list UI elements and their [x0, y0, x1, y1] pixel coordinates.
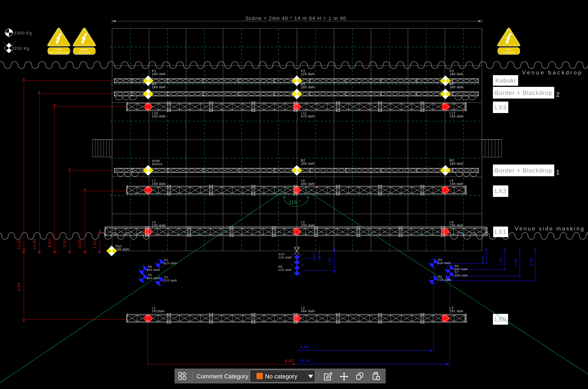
svg-text:1000 Kg: 1000 Kg — [14, 31, 32, 35]
svg-text:10,35: 10,35 — [32, 238, 37, 250]
svg-text:1,30: 1,30 — [328, 257, 331, 265]
svg-text:115 °: 115 ° — [289, 200, 301, 205]
svg-text:S9: S9 — [278, 265, 282, 268]
svg-text:P17 125A Tetra: P17 125A Tetra — [502, 51, 515, 53]
svg-text:Son: Son — [507, 48, 511, 51]
svg-text:5,30: 5,30 — [62, 239, 67, 247]
svg-text:160 daN: 160 daN — [152, 85, 166, 89]
svg-text:LX3: LX3 — [495, 104, 506, 111]
svg-text:490 daN: 490 daN — [301, 182, 315, 186]
svg-text:180 daN: 180 daN — [450, 72, 463, 76]
svg-text:Border + Blackdrop: Border + Blackdrop — [495, 89, 552, 96]
svg-text:4,50: 4,50 — [17, 282, 21, 291]
svg-text:11,20: 11,20 — [17, 239, 21, 249]
svg-text:193 daN: 193 daN — [152, 114, 166, 118]
svg-text:2,00: 2,00 — [529, 258, 533, 266]
svg-text:193 daN: 193 daN — [450, 114, 463, 118]
svg-text:S8: S8 — [454, 264, 459, 268]
svg-text:200 daN: 200 daN — [301, 162, 315, 165]
svg-text:235 daN: 235 daN — [152, 224, 166, 227]
svg-text:LX2: LX2 — [495, 188, 506, 194]
svg-text:S5: S5 — [148, 273, 152, 277]
svg-text:Venue side masking: Venue side masking — [515, 226, 585, 232]
svg-text:180 daN: 180 daN — [152, 72, 166, 76]
svg-text:S3: S3 — [438, 275, 442, 278]
svg-text:P17 32 A Tetra: P17 32 A Tetra — [78, 51, 90, 53]
svg-text:710 daN: 710 daN — [438, 278, 451, 282]
svg-text:510 daN: 510 daN — [437, 261, 451, 265]
svg-text:235 daN: 235 daN — [450, 224, 463, 227]
svg-text:Scène = 24m 40 * 14 m 64: Scène = 24m 40 * 14 m 64 H = 1 m 40 — [245, 15, 346, 21]
svg-text:S2: S2 — [164, 258, 168, 262]
svg-text:120 daN: 120 daN — [278, 268, 291, 272]
svg-text:Rigging: Rigging — [81, 48, 88, 51]
svg-text:291daN: 291daN — [152, 309, 164, 313]
svg-text:250 Kg: 250 Kg — [14, 46, 30, 51]
svg-text:120 daN: 120 daN — [279, 256, 292, 259]
svg-text:1,27: 1,27 — [499, 257, 503, 265]
svg-text:S10: S10 — [279, 253, 285, 256]
svg-text:1,80: 1,80 — [514, 258, 518, 266]
svg-text:1: 1 — [556, 169, 560, 176]
svg-text:4,00: 4,00 — [77, 239, 82, 248]
svg-text:100 daN: 100 daN — [115, 247, 129, 251]
svg-text:200 daN: 200 daN — [301, 85, 315, 89]
svg-text:0,90: 0,90 — [481, 256, 485, 263]
svg-text:700 daN: 700 daN — [301, 224, 315, 227]
svg-text:300 daN: 300 daN — [147, 268, 160, 272]
svg-text:Lumière: Lumière — [55, 48, 62, 51]
svg-text:2: 2 — [556, 91, 560, 98]
svg-text:291 daN: 291 daN — [450, 309, 463, 313]
svg-text:Venue backdrop: Venue backdrop — [522, 69, 583, 76]
svg-text:220 daN: 220 daN — [301, 72, 315, 76]
svg-text:160 daN: 160 daN — [450, 162, 463, 165]
svg-text:S1: S1 — [164, 275, 168, 279]
svg-text:NOM: NOM — [152, 159, 160, 163]
svg-text:Comment Category: Comment Category — [197, 373, 248, 380]
svg-text:10,10: 10,10 — [299, 359, 311, 363]
svg-text:Power Lock 400 A Tetra: Power Lock 400 A Tetra — [49, 51, 69, 53]
svg-text:300 daN: 300 daN — [455, 274, 468, 277]
svg-text:POIDS: POIDS — [152, 162, 163, 166]
svg-text:1,25: 1,25 — [93, 240, 97, 249]
svg-text:300 daN: 300 daN — [147, 276, 160, 280]
svg-text:9,50: 9,50 — [48, 239, 52, 247]
svg-text:Kabuki: Kabuki — [495, 77, 516, 84]
svg-text:470 daN: 470 daN — [301, 114, 315, 118]
svg-text:S4: S4 — [438, 258, 442, 261]
svg-text:710 daN: 710 daN — [163, 279, 177, 282]
svg-text:9,80: 9,80 — [285, 359, 294, 363]
svg-text:0,50: 0,50 — [312, 253, 316, 261]
svg-text:160 daN: 160 daN — [450, 85, 463, 89]
svg-text:564 daN: 564 daN — [301, 309, 315, 313]
svg-text:198 daN: 198 daN — [450, 182, 463, 186]
svg-text:S7: S7 — [455, 270, 459, 274]
svg-text:9,00: 9,00 — [300, 345, 309, 350]
svg-text:S6: S6 — [148, 265, 152, 268]
svg-text:No category: No category — [265, 373, 297, 380]
svg-text:510 daN: 510 daN — [163, 261, 177, 265]
svg-text:Border + Blackdrop: Border + Blackdrop — [495, 167, 552, 174]
svg-text:LX1: LX1 — [495, 228, 506, 235]
svg-text:198 daN: 198 daN — [152, 182, 166, 186]
